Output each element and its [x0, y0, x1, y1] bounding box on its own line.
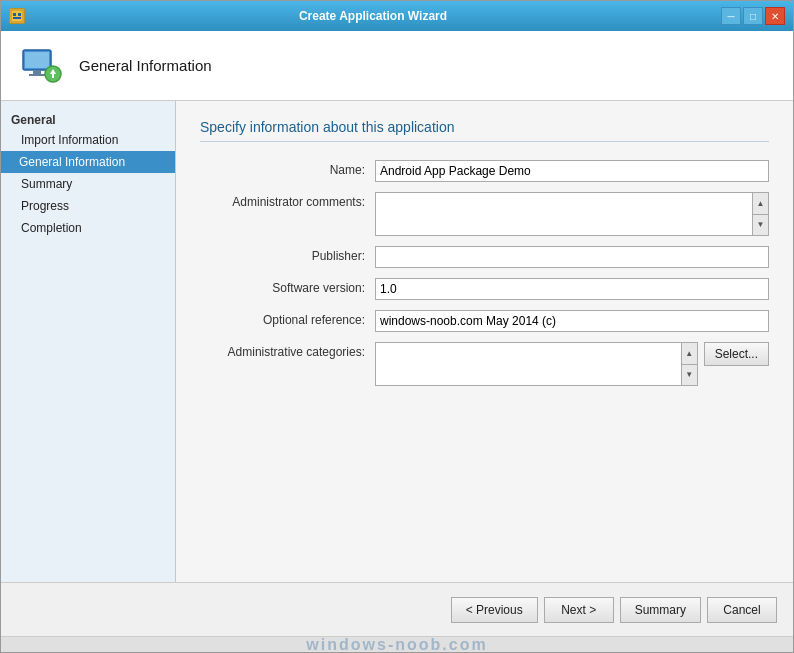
svg-rect-1 [13, 13, 16, 16]
optional-reference-input[interactable] [375, 310, 769, 332]
sidebar: General Import Information General Infor… [1, 101, 176, 582]
svg-rect-6 [33, 70, 41, 74]
sidebar-group-label: General [1, 109, 175, 129]
admin-categories-list [376, 343, 681, 385]
optional-reference-row: Optional reference: [200, 310, 769, 332]
optional-reference-label: Optional reference: [200, 310, 375, 327]
svg-rect-10 [52, 73, 54, 78]
header-title: General Information [79, 57, 212, 74]
name-input[interactable] [375, 160, 769, 182]
sidebar-item-import-information[interactable]: Import Information [1, 129, 175, 151]
section-title: Specify information about this applicati… [200, 119, 769, 142]
admin-comments-row: Administrator comments: ▲ ▼ [200, 192, 769, 236]
app-icon [17, 42, 65, 90]
minimize-button[interactable]: ─ [721, 7, 741, 25]
publisher-row: Publisher: [200, 246, 769, 268]
svg-rect-3 [13, 17, 21, 19]
svg-rect-7 [29, 74, 45, 76]
admin-categories-wrapper: ▲ ▼ Select... [375, 342, 769, 386]
admin-comments-scroll-up[interactable]: ▲ [753, 193, 768, 215]
admin-categories-row: Administrative categories: ▲ ▼ Select... [200, 342, 769, 386]
next-button[interactable]: Next > [544, 597, 614, 623]
sidebar-item-completion[interactable]: Completion [1, 217, 175, 239]
admin-categories-input-wrapper: ▲ ▼ [375, 342, 698, 386]
summary-button[interactable]: Summary [620, 597, 701, 623]
admin-comments-scroll-down[interactable]: ▼ [753, 215, 768, 236]
select-button[interactable]: Select... [704, 342, 769, 366]
admin-categories-scrollbtns: ▲ ▼ [681, 343, 697, 385]
bottom-scrollbar: windows-noob.com [1, 636, 793, 652]
window-controls: ─ □ ✕ [721, 7, 785, 25]
previous-button[interactable]: < Previous [451, 597, 538, 623]
title-bar: Create Application Wizard ─ □ ✕ [1, 1, 793, 31]
admin-comments-label: Administrator comments: [200, 192, 375, 209]
svg-rect-2 [18, 13, 21, 16]
admin-comments-wrapper: ▲ ▼ [375, 192, 769, 236]
svg-rect-0 [11, 10, 23, 22]
admin-comments-input[interactable] [376, 193, 752, 235]
admin-comments-scrollbtns: ▲ ▼ [752, 193, 768, 235]
software-version-input[interactable] [375, 278, 769, 300]
categories-scroll-up[interactable]: ▲ [682, 343, 697, 365]
watermark: windows-noob.com [3, 632, 791, 654]
publisher-input[interactable] [375, 246, 769, 268]
main-content: Specify information about this applicati… [176, 101, 793, 582]
publisher-label: Publisher: [200, 246, 375, 263]
window: Create Application Wizard ─ □ ✕ General … [0, 0, 794, 653]
window-title: Create Application Wizard [25, 9, 721, 23]
cancel-button[interactable]: Cancel [707, 597, 777, 623]
sidebar-item-general-information[interactable]: General Information [1, 151, 175, 173]
close-button[interactable]: ✕ [765, 7, 785, 25]
categories-scroll-down[interactable]: ▼ [682, 365, 697, 386]
window-icon [9, 8, 25, 24]
admin-categories-label: Administrative categories: [200, 342, 375, 359]
footer: < Previous Next > Summary Cancel [1, 582, 793, 636]
software-version-row: Software version: [200, 278, 769, 300]
sidebar-item-progress[interactable]: Progress [1, 195, 175, 217]
header-bar: General Information [1, 31, 793, 101]
name-label: Name: [200, 160, 375, 177]
sidebar-item-summary[interactable]: Summary [1, 173, 175, 195]
software-version-label: Software version: [200, 278, 375, 295]
svg-rect-5 [25, 52, 49, 68]
maximize-button[interactable]: □ [743, 7, 763, 25]
body: General Import Information General Infor… [1, 101, 793, 582]
name-row: Name: [200, 160, 769, 182]
